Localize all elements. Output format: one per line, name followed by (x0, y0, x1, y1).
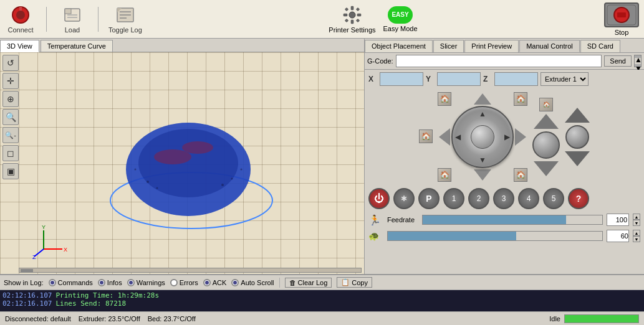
scroll-down: ▼ (635, 64, 641, 67)
rotate-reset-button[interactable]: ↺ (2, 55, 19, 71)
power-button[interactable]: ⏻ (368, 188, 390, 209)
layers-button[interactable]: ▣ (2, 163, 19, 179)
z-plus-button[interactable] (534, 114, 559, 129)
flowrate-down[interactable]: ▼ (633, 236, 640, 242)
z-home-button[interactable]: 🏠 (539, 98, 553, 111)
filter-errors[interactable]: Errors (170, 279, 198, 286)
idle-label: Idle (549, 315, 560, 323)
preset5-button[interactable]: 5 (543, 188, 564, 209)
z-input[interactable] (494, 72, 538, 86)
gcode-scroll[interactable]: ▲ ▼ (634, 55, 642, 67)
main-area: 3D View Temperature Curve (0, 39, 644, 274)
x-input[interactable] (380, 72, 423, 86)
filter-commands[interactable]: Commands (49, 279, 93, 286)
fan-button[interactable]: ✱ (393, 188, 415, 209)
dpad-center: ▲ ▼ ◀ ▶ (451, 106, 514, 168)
log-area: Show in Log: Commands Infos Warnings Err… (0, 274, 644, 311)
feedrate-row: 🏃 Feedrate ▲ ▼ (365, 212, 644, 228)
arrow-w[interactable]: ◀ (455, 133, 461, 141)
translate-button[interactable]: ✛ (2, 73, 19, 89)
clear-log-button[interactable]: 🗑 Clear Log (285, 278, 332, 288)
copy-button[interactable]: 📋 Copy (337, 277, 372, 288)
commands-label: Commands (58, 279, 93, 286)
e-minus-button[interactable] (565, 151, 590, 166)
xy-home-br[interactable]: 🏠 (514, 168, 527, 182)
y-input[interactable] (437, 72, 481, 86)
gcode-label: G-Code: (367, 57, 393, 65)
pan-button[interactable]: ⊕ (2, 91, 19, 107)
xy-home-area: 🏠 (419, 130, 433, 144)
easy-mode-button[interactable]: EASY Easy Mode (383, 6, 418, 32)
arrow-down (474, 169, 491, 181)
feedrate-label: Feedrate (387, 216, 418, 224)
y-plus-button[interactable] (451, 92, 514, 106)
arrow-left (439, 128, 450, 146)
arrow-n[interactable]: ▲ (479, 110, 486, 118)
feedrate-down[interactable]: ▼ (633, 220, 640, 226)
printer-settings-button[interactable]: Printer Settings (329, 5, 375, 34)
horizontal-scrollbar[interactable] (19, 268, 362, 273)
x-home-button[interactable]: 🏠 (419, 130, 433, 143)
svg-point-31 (221, 184, 224, 186)
preset1-button[interactable]: 1 (443, 188, 464, 209)
idle-area: Idle (549, 314, 639, 323)
arrow-e[interactable]: ▶ (504, 133, 510, 141)
tab-temperature-curve[interactable]: Temperature Curve (41, 40, 113, 52)
preset2-button[interactable]: 2 (468, 188, 489, 209)
help-button[interactable]: ? (568, 188, 589, 209)
xy-home-tr[interactable]: 🏠 (514, 92, 527, 106)
filter-autoscroll[interactable]: Auto Scroll (231, 279, 274, 286)
toggle-log-button[interactable]: Toggle Log (108, 5, 142, 34)
zoom-out-button[interactable]: 🔍- (2, 127, 19, 143)
trash-icon: 🗑 (289, 279, 296, 286)
xy-home-bl[interactable]: 🏠 (438, 168, 451, 182)
copy-label: Copy (352, 279, 368, 286)
feedrate-bar[interactable] (422, 215, 603, 225)
x-plus-button[interactable] (514, 106, 527, 168)
z-minus-button[interactable] (534, 161, 559, 176)
gcode-bar: G-Code: Send ▲ ▼ (365, 53, 644, 70)
tab-object-placement[interactable]: Object Placement (365, 40, 433, 52)
log-time-2: 02:12:16.107 (2, 299, 52, 308)
e-control (565, 108, 590, 166)
tab-manual-control[interactable]: Manual Control (519, 40, 580, 52)
preset3-button[interactable]: 3 (493, 188, 514, 209)
cube-view-button[interactable]: ◻ (2, 145, 19, 161)
filter-ack[interactable]: ACK (203, 279, 227, 286)
flowrate-input[interactable] (607, 230, 629, 242)
extruder-temp: Extruder: 23.5°C/Off (79, 315, 140, 323)
x-minus-button[interactable] (438, 106, 451, 168)
gear-icon (342, 5, 362, 25)
tab-sd-card[interactable]: SD Card (580, 40, 620, 52)
log-toolbar: Show in Log: Commands Infos Warnings Err… (0, 275, 644, 290)
tab-3d-view[interactable]: 3D View (0, 40, 39, 52)
coord-row: X Y Z Extruder 1 (365, 70, 644, 88)
e-plus-button[interactable] (565, 108, 590, 123)
send-button[interactable]: Send (604, 55, 632, 67)
feedrate-up[interactable]: ▲ (633, 214, 640, 220)
infos-label: Infos (107, 279, 122, 286)
emergency-stop-button[interactable]: Stop (604, 2, 639, 36)
errors-radio (170, 279, 178, 286)
gcode-input[interactable] (396, 55, 602, 67)
xy-home-tl[interactable]: 🏠 (438, 92, 451, 106)
filter-infos[interactable]: Infos (98, 279, 122, 286)
zoom-in-button[interactable]: 🔍 (2, 109, 19, 125)
park-button[interactable]: P (418, 188, 440, 209)
extruder-select[interactable]: Extruder 1 (541, 72, 589, 86)
tab-slicer[interactable]: Slicer (433, 40, 464, 52)
arrow-s[interactable]: ▼ (479, 156, 486, 164)
load-button[interactable]: Load (57, 5, 88, 34)
show-in-log-label: Show in Log: (4, 279, 44, 286)
y-minus-button[interactable] (451, 168, 514, 182)
3d-viewport[interactable]: X Y Z ↺ ✛ ⊕ 🔍 🔍- ◻ ▣ (0, 52, 364, 274)
svg-rect-13 (351, 6, 353, 10)
preset4-button[interactable]: 4 (518, 188, 539, 209)
feedrate-input[interactable] (607, 214, 629, 226)
connect-button[interactable]: Connect (5, 5, 36, 34)
flowrate-up[interactable]: ▲ (633, 230, 640, 236)
flowrate-bar[interactable] (387, 231, 603, 241)
idle-progress-bar (564, 314, 639, 323)
tab-print-preview[interactable]: Print Preview (464, 40, 519, 52)
filter-warnings[interactable]: Warnings (127, 279, 165, 286)
